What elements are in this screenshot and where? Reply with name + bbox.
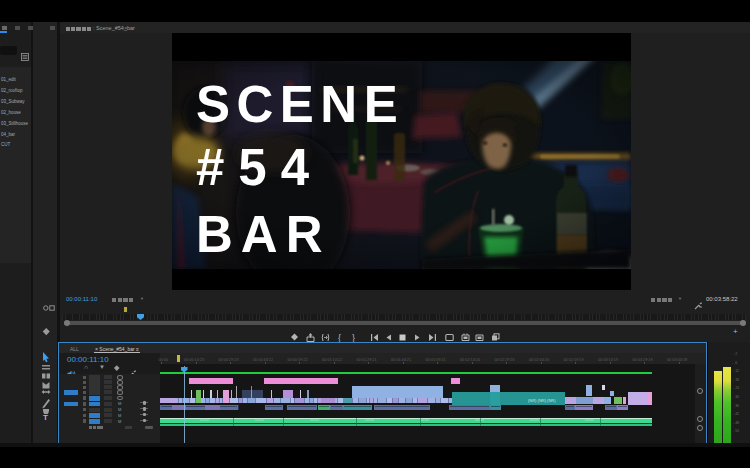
svg-text:BAR: BAR xyxy=(196,206,331,263)
svg-text:{: { xyxy=(338,333,341,342)
svg-text:#54: #54 xyxy=(196,139,323,196)
svg-text:T: T xyxy=(43,413,48,421)
svg-text:}: } xyxy=(352,333,355,342)
svg-text:SCENE: SCENE xyxy=(196,76,404,133)
